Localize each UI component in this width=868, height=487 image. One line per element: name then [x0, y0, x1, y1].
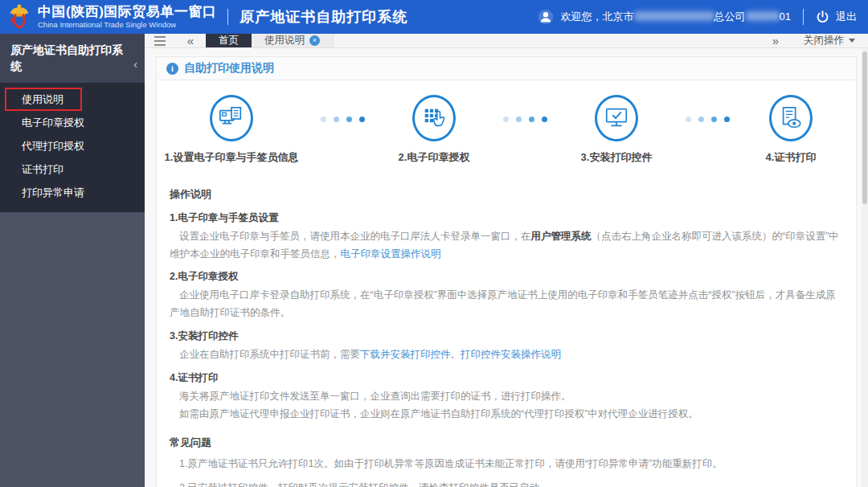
- eseal-setup-guide-link[interactable]: 电子印章设置操作说明: [341, 248, 441, 260]
- faq-item-2: 2.已安装过打印控件，打印时再次提示安装打印控件，请检查打印控件是否已启动。: [170, 480, 841, 487]
- logout-button[interactable]: 退出: [816, 10, 857, 24]
- chevron-down-icon: [849, 39, 855, 43]
- section3-title: 3.安装打印控件: [170, 328, 841, 346]
- section3-paragraph: 企业在自助打印系统中打印证书前，需要下载并安装打印控件。打印控件安装操作说明: [170, 346, 841, 364]
- power-icon: [816, 10, 829, 24]
- sidebar-item-usage-instructions[interactable]: 使用说明: [0, 88, 145, 111]
- info-icon: i: [166, 63, 178, 75]
- header-divider: [227, 9, 228, 25]
- header-user-area: 欢迎您，北京市总公司01 退出: [538, 9, 857, 25]
- sidebar-item-agent-print-authorization[interactable]: 代理打印授权: [0, 134, 145, 158]
- header-divider: [803, 9, 804, 25]
- sidebar-item-certificate-print[interactable]: 证书打印: [0, 158, 145, 181]
- download-print-control-link[interactable]: 下载并安装打印控件: [360, 349, 451, 360]
- sidebar-filler: [0, 212, 145, 487]
- tabs-scroll-left-button[interactable]: «: [175, 34, 206, 47]
- step-certificate-print: 4.证书打印: [751, 95, 831, 165]
- close-operations-dropdown[interactable]: 关闭操作: [791, 34, 868, 47]
- text-run: 设置企业电子印章与手签员，请使用本企业的电子口岸法人卡登录单一窗口，在: [179, 231, 531, 242]
- redacted-account-id: [746, 11, 780, 21]
- welcome-prefix: 欢迎您，北京市: [561, 10, 634, 23]
- sidebar-menu: 使用说明 电子印章授权 代理打印授权 证书打印 打印异常申请: [0, 83, 145, 212]
- brand-logo-icon: [6, 3, 32, 31]
- tab-home[interactable]: 首页: [206, 34, 252, 47]
- hamburger-icon: [154, 36, 166, 46]
- computer-document-icon: [210, 95, 253, 141]
- step-label: 1.设置电子印章与手签员信息: [165, 150, 299, 165]
- tabbar-spacer: [334, 34, 760, 47]
- usage-instructions-panel: i 自助打印使用说明: [156, 56, 857, 487]
- tab-usage-instructions[interactable]: 使用说明 ×: [252, 34, 334, 47]
- sidebar-item-label: 证书打印: [22, 163, 63, 175]
- step-separator-dots: [321, 117, 365, 122]
- sidebar-title-text: 原产地证书自助打印系统: [10, 43, 123, 72]
- sidebar: 原产地证书自助打印系统 ‹ 使用说明 电子印章授权 代理打印授权 证书打印 打印…: [0, 34, 145, 487]
- welcome-text: 欢迎您，北京市总公司01: [561, 10, 791, 24]
- process-steps: 1.设置电子印章与手签员信息: [157, 80, 856, 168]
- section2-paragraph: 企业使用电子口岸卡登录自助打印系统，在“电子印章授权”界面中选择原产地证书上使用…: [170, 287, 841, 322]
- sidebar-item-label: 电子印章授权: [22, 117, 84, 129]
- text-run: 企业在自助打印系统中打印证书前，需要: [179, 349, 360, 360]
- print-control-install-guide-link[interactable]: 打印控件安装操作说明: [461, 349, 561, 360]
- tab-bar: « 首页 使用说明 × » 关闭操作: [145, 34, 868, 48]
- step-separator-dots: [503, 117, 547, 122]
- content-scrollbar[interactable]: [862, 48, 868, 487]
- section2-title: 2.电子印章授权: [170, 268, 841, 286]
- section1-paragraph: 设置企业电子印章与手签员，请使用本企业的电子口岸法人卡登录单一窗口，在用户管理系…: [170, 228, 841, 264]
- step-label: 3.安装打印控件: [581, 150, 653, 165]
- step-separator-dots: [686, 117, 730, 122]
- section4-title: 4.证书打印: [170, 370, 841, 387]
- sidebar-item-label: 打印异常申请: [22, 186, 84, 198]
- brand-subtitle: China International Trade Single Window: [38, 20, 216, 29]
- section1-title: 1.电子印章与手签员设置: [170, 210, 841, 227]
- content-area: i 自助打印使用说明: [145, 48, 868, 487]
- main-area: « 首页 使用说明 × » 关闭操作 i 自助打印使用说明: [145, 34, 868, 487]
- logout-label: 退出: [836, 10, 857, 24]
- step-eseal-authorization: 2.电子印章授权: [386, 95, 482, 165]
- sidebar-item-label: 代理打印授权: [22, 140, 84, 152]
- tab-label: 使用说明: [264, 34, 305, 47]
- sidebar-item-eseal-authorization[interactable]: 电子印章授权: [0, 111, 145, 134]
- user-avatar-icon: [538, 9, 554, 25]
- sidebar-title: 原产地证书自助打印系统 ‹: [0, 34, 145, 83]
- menu-toggle-button[interactable]: [145, 34, 175, 47]
- redacted-company-name: [634, 11, 714, 21]
- sidebar-collapse-icon[interactable]: ‹: [133, 56, 137, 72]
- welcome-suffix: 01: [780, 10, 791, 23]
- close-operations-label: 关闭操作: [804, 34, 844, 47]
- app-header: 中国(陕西)国际贸易单一窗口 China International Trade…: [0, 0, 868, 34]
- sidebar-item-label: 使用说明: [22, 93, 63, 105]
- faq-item-1: 1.原产地证书证书只允许打印1次。如由于打印机异常等原因造成证书未能正常打印，请…: [170, 456, 841, 473]
- tabs-scroll-right-button[interactable]: »: [760, 34, 791, 47]
- panel-title: 自助打印使用说明: [184, 61, 274, 76]
- document-eye-icon: [769, 95, 813, 141]
- step-install-print-control: 3.安装打印控件: [568, 95, 665, 165]
- text-run: 。: [451, 349, 461, 360]
- monitor-check-icon: [595, 95, 638, 141]
- scrollbar-thumb[interactable]: [862, 51, 867, 204]
- page-title: 原产地证书自助打印系统: [240, 7, 407, 27]
- step-label: 4.证书打印: [766, 150, 817, 165]
- section4-paragraph-2: 如需由原产地证代理申报企业打印证书，企业则在原产地证书自助打印系统的“代理打印授…: [170, 406, 841, 424]
- keypad-hand-icon: [412, 95, 456, 141]
- instructions-text: 操作说明 1.电子印章与手签员设置 设置企业电子印章与手签员，请使用本企业的电子…: [157, 168, 856, 487]
- brand: 中国(陕西)国际贸易单一窗口 China International Trade…: [6, 3, 216, 31]
- welcome-mid: 总公司: [714, 10, 746, 23]
- brand-text: 中国(陕西)国际贸易单一窗口 China International Trade…: [38, 5, 216, 30]
- bold-run: 用户管理系统: [531, 231, 592, 242]
- section4-paragraph-1: 海关将原产地证打印文件发送至单一窗口，企业查询出需要打印的证书，进行打印操作。: [170, 388, 841, 406]
- step-label: 2.电子印章授权: [399, 150, 470, 165]
- operations-heading: 操作说明: [170, 186, 841, 204]
- faq-heading: 常见问题: [170, 434, 841, 452]
- panel-header: i 自助打印使用说明: [157, 57, 856, 80]
- brand-title: 中国(陕西)国际贸易单一窗口: [38, 5, 216, 20]
- step-setup-eseal: 1.设置电子印章与手签员信息: [163, 95, 300, 165]
- sidebar-item-print-exception-request[interactable]: 打印异常申请: [0, 181, 145, 204]
- tab-close-icon[interactable]: ×: [309, 35, 320, 46]
